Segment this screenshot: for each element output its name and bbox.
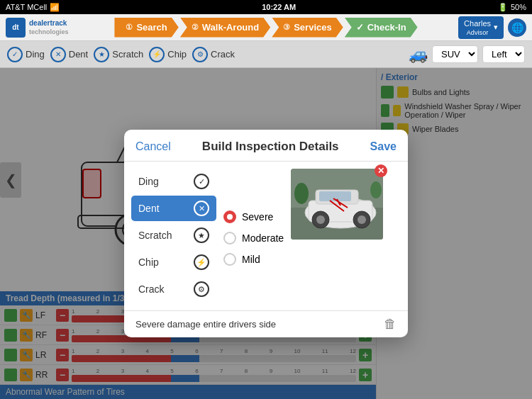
scratch-label: Scratch (112, 49, 143, 60)
status-time: 10:22 AM (262, 3, 296, 11)
damage-item-dent[interactable]: ✕ Dent (50, 47, 88, 62)
damage-item-ding[interactable]: ✓ Ding (7, 47, 45, 62)
nav-right: CharlesAdvisor ▾ 🌐 (440, 16, 532, 39)
damage-item-chip[interactable]: ⚡ Chip (149, 47, 187, 62)
modal-title: Build Inspection Details (202, 140, 339, 154)
user-button[interactable]: CharlesAdvisor ▾ (458, 16, 504, 39)
status-bar: AT&T MCell 📶 10:22 AM 🔋 50% (0, 0, 532, 14)
moderate-label: Moderate (242, 232, 284, 244)
modal-damage-list: Ding ✓ Dent ✕ Scratch ★ Chip ⚡ (131, 169, 216, 303)
severity-severe[interactable]: Severe (223, 210, 284, 223)
severe-radio-inner (227, 214, 233, 220)
step3-label: Services (294, 22, 332, 33)
severe-radio (223, 210, 236, 223)
severity-area: Severe Moderate Mild (223, 169, 284, 303)
modal-chip-icon: ⚡ (194, 254, 209, 270)
nav-step-services[interactable]: ③ Services (272, 18, 343, 38)
damage-item-scratch[interactable]: ★ Scratch (94, 47, 143, 62)
modal-scratch-label: Scratch (138, 230, 172, 241)
crack-icon: ⚙ (192, 47, 208, 62)
svg-point-21 (294, 183, 309, 204)
step2-label: Walk-Around (202, 22, 259, 33)
modal-dialog: Cancel Build Inspection Details Save Din… (124, 130, 408, 337)
severity-moderate[interactable]: Moderate (223, 232, 284, 245)
notes-text: Severe damage entire drivers side (135, 319, 276, 330)
step4-label: Check-In (367, 22, 406, 33)
nav-bar: dt dealertrack technologies ① Search ② W… (0, 14, 532, 41)
modal-save-button[interactable]: Save (370, 140, 397, 153)
modal-image-wrapper: ✕ (291, 169, 383, 242)
carrier-text: AT&T MCell (6, 3, 47, 11)
modal-body: Ding ✓ Dent ✕ Scratch ★ Chip ⚡ (124, 162, 408, 310)
nav-step-walkaround[interactable]: ② Walk-Around (180, 18, 270, 38)
vehicle-type-select[interactable]: SUV (432, 45, 478, 63)
moderate-radio (223, 232, 236, 245)
crack-label: Crack (211, 49, 235, 60)
step4-check-icon: ✓ (356, 22, 364, 33)
nav-step-checkin[interactable]: ✓ Check-In (345, 18, 418, 38)
svg-point-18 (316, 215, 325, 224)
modal-image-area: ✕ (291, 169, 401, 303)
logo-text: dealertrack technologies (29, 19, 69, 36)
close-photo-button[interactable]: ✕ (375, 164, 387, 177)
delete-button[interactable]: 🗑 (384, 317, 397, 332)
wifi-icon: 📶 (50, 3, 60, 12)
user-name: CharlesAdvisor (464, 19, 491, 36)
svg-point-22 (370, 181, 382, 198)
globe-button[interactable]: 🌐 (508, 18, 526, 37)
status-right: 🔋 50% (498, 3, 526, 12)
modal-crack-icon: ⚙ (194, 281, 209, 297)
svg-point-20 (358, 215, 366, 224)
mild-label: Mild (242, 254, 260, 265)
severe-label: Severe (242, 211, 273, 223)
nav-step-search[interactable]: ① Search (114, 18, 178, 38)
nav-steps: ① Search ② Walk-Around ③ Services ✓ Chec… (92, 18, 440, 38)
vehicle-type-area: 🚙 SUV Left (409, 45, 525, 64)
notes-area: Severe damage entire drivers side 🗑 (124, 310, 408, 337)
status-left: AT&T MCell 📶 (6, 3, 60, 12)
modal-cancel-button[interactable]: Cancel (135, 140, 171, 153)
side-select[interactable]: Left (482, 45, 525, 63)
modal-dent-label: Dent (138, 203, 160, 214)
step3-num: ③ (283, 23, 290, 32)
modal-ding-label: Ding (138, 176, 159, 187)
main-area: ❮ (0, 68, 532, 399)
car-silhouette-icon: 🚙 (409, 45, 428, 64)
modal-dent-icon: ✕ (194, 201, 209, 216)
ding-icon: ✓ (7, 47, 23, 62)
modal-ding-icon: ✓ (194, 174, 209, 189)
scratch-icon: ★ (94, 47, 109, 62)
modal-ding-item[interactable]: Ding ✓ (131, 169, 216, 194)
dent-label: Dent (69, 49, 88, 60)
modal-crack-label: Crack (138, 283, 165, 295)
battery-percent: 50% (511, 3, 526, 11)
dropdown-icon: ▾ (494, 23, 498, 32)
chip-label: Chip (167, 49, 187, 60)
modal-chip-item[interactable]: Chip ⚡ (131, 249, 216, 275)
logo-sub: technologies (29, 28, 69, 35)
modal-overlay[interactable]: Cancel Build Inspection Details Save Din… (0, 68, 532, 399)
logo-icon: dt (6, 18, 26, 38)
chip-icon: ⚡ (149, 47, 165, 62)
step2-num: ② (192, 23, 199, 32)
modal-dent-item[interactable]: Dent ✕ (131, 196, 216, 221)
damage-photo-svg (291, 169, 383, 240)
severity-mild[interactable]: Mild (223, 253, 284, 266)
logo-brand: dealertrack (29, 19, 67, 27)
step1-label: Search (136, 22, 167, 33)
logo-area: dt dealertrack technologies (0, 18, 92, 38)
damage-item-crack[interactable]: ⚙ Crack (192, 47, 235, 62)
modal-header: Cancel Build Inspection Details Save (124, 130, 408, 162)
dent-icon: ✕ (50, 47, 66, 62)
step1-num: ① (126, 23, 133, 32)
modal-chip-label: Chip (138, 257, 159, 268)
mild-radio (223, 253, 236, 266)
ding-label: Ding (26, 49, 45, 60)
modal-crack-item[interactable]: Crack ⚙ (131, 276, 216, 302)
modal-scratch-icon: ★ (194, 227, 209, 243)
battery-icon: 🔋 (498, 3, 508, 12)
damage-bar: ✓ Ding ✕ Dent ★ Scratch ⚡ Chip ⚙ Crack 🚙… (0, 41, 532, 68)
modal-scratch-item[interactable]: Scratch ★ (131, 223, 216, 248)
